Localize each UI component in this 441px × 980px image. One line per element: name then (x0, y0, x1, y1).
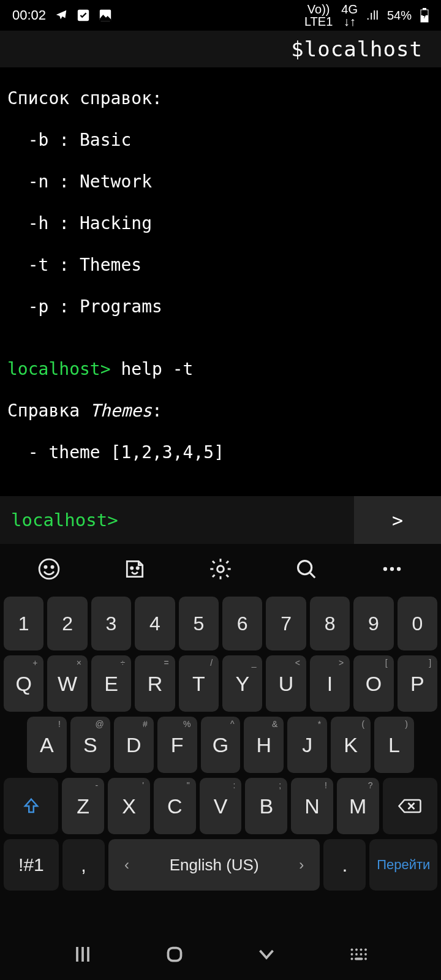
key-x[interactable]: 'X (108, 778, 150, 834)
keyboard-row-zxcv: -Z 'X "C :V ;B !N ?M (4, 778, 437, 834)
app-title-bar: $localhost (0, 31, 441, 67)
svg-point-5 (39, 559, 59, 579)
svg-point-12 (383, 567, 387, 571)
nav-home-icon[interactable] (164, 943, 186, 965)
key-b[interactable]: ;B (245, 778, 287, 834)
terminal-line: localhost> help -t (7, 359, 434, 380)
key-3[interactable]: 3 (91, 597, 131, 650)
key-j[interactable]: *J (287, 717, 327, 773)
key-r[interactable]: =R (135, 655, 175, 712)
key-symbols[interactable]: !#1 (4, 839, 59, 891)
nav-recent-icon[interactable] (72, 943, 94, 965)
nav-back-icon[interactable] (255, 943, 277, 965)
svg-rect-15 (168, 948, 181, 961)
key-a[interactable]: !A (27, 717, 67, 773)
svg-point-24 (351, 958, 353, 960)
svg-point-14 (397, 567, 401, 571)
key-period[interactable]: . (323, 839, 366, 891)
terminal-line: Список справок: (7, 88, 434, 109)
key-space[interactable]: ‹ English (US) › (108, 839, 320, 891)
gear-icon[interactable] (202, 551, 239, 587)
key-t[interactable]: /T (179, 655, 219, 712)
key-9[interactable]: 9 (353, 597, 393, 650)
svg-point-10 (217, 566, 224, 573)
key-w[interactable]: ×W (47, 655, 87, 712)
svg-rect-25 (355, 958, 363, 960)
svg-point-23 (364, 953, 367, 956)
key-5[interactable]: 5 (179, 597, 219, 650)
key-y[interactable]: _Y (222, 655, 262, 712)
command-input-row: localhost> > (0, 496, 441, 544)
telegram-icon (55, 9, 68, 22)
signal-icon: .ıll (366, 9, 379, 23)
key-backspace[interactable] (383, 778, 437, 834)
space-lang: English (US) (170, 856, 259, 875)
nav-keyboard-icon[interactable] (347, 943, 369, 965)
svg-point-22 (360, 953, 363, 956)
terminal-line: Справка Themes: (7, 401, 434, 421)
send-button[interactable]: > (354, 496, 441, 544)
battery-text: 54% (387, 9, 412, 23)
keyboard-row-bottom: !#1 , ‹ English (US) › . Перейти (4, 839, 437, 891)
keyboard-row-qwerty: +Q ×W ÷E =R /T _Y <U >I [O ]P (4, 655, 437, 712)
key-o[interactable]: [O (353, 655, 393, 712)
key-q[interactable]: +Q (4, 655, 43, 712)
terminal-output[interactable]: Список справок: -b : Basic -n : Network … (0, 67, 441, 496)
more-icon[interactable] (374, 551, 410, 587)
key-v[interactable]: :V (200, 778, 242, 834)
key-enter[interactable]: Перейти (369, 839, 437, 891)
prev-lang-icon: ‹ (124, 856, 129, 873)
svg-point-9 (137, 567, 138, 569)
checkbox-icon (77, 9, 90, 22)
key-z[interactable]: -Z (62, 778, 104, 834)
svg-point-21 (355, 953, 358, 956)
app-title: $localhost (291, 37, 423, 61)
key-h[interactable]: &H (244, 717, 284, 773)
terminal-line: -b : Basic (7, 130, 434, 151)
key-comma[interactable]: , (62, 839, 105, 891)
svg-point-20 (351, 953, 353, 956)
key-i[interactable]: >I (310, 655, 350, 712)
key-7[interactable]: 7 (266, 597, 306, 650)
svg-point-17 (355, 949, 358, 951)
key-s[interactable]: @S (70, 717, 110, 773)
key-g[interactable]: ^G (201, 717, 241, 773)
terminal-line: -n : Network (7, 172, 434, 192)
terminal-line: -p : Programs (7, 296, 434, 317)
key-shift[interactable] (4, 778, 58, 834)
image-icon (99, 9, 112, 22)
key-m[interactable]: ?M (337, 778, 379, 834)
key-6[interactable]: 6 (222, 597, 262, 650)
key-c[interactable]: "C (154, 778, 196, 834)
soft-keyboard: 1 2 3 4 5 6 7 8 9 0 +Q ×W ÷E =R /T _Y <U… (0, 544, 441, 980)
sticker-icon[interactable] (116, 551, 153, 587)
key-d[interactable]: #D (114, 717, 154, 773)
prompt-cmd: help -t (111, 359, 194, 379)
key-2[interactable]: 2 (47, 597, 87, 650)
navigation-bar (0, 936, 441, 973)
svg-point-11 (298, 561, 312, 575)
key-p[interactable]: ]P (398, 655, 437, 712)
key-n[interactable]: !N (291, 778, 333, 834)
terminal-line: -t : Themes (7, 255, 434, 276)
key-4[interactable]: 4 (135, 597, 175, 650)
search-icon[interactable] (288, 551, 325, 587)
volte-icon: Vo))LTE1 (304, 3, 333, 28)
key-k[interactable]: (K (331, 717, 371, 773)
key-l[interactable]: )L (374, 717, 414, 773)
key-8[interactable]: 8 (310, 597, 350, 650)
key-1[interactable]: 1 (4, 597, 43, 650)
svg-point-8 (131, 567, 133, 569)
key-0[interactable]: 0 (398, 597, 437, 650)
svg-point-7 (51, 566, 53, 568)
svg-point-26 (364, 958, 367, 960)
svg-point-6 (45, 566, 47, 568)
key-f[interactable]: %F (157, 717, 197, 773)
terminal-line: - theme [1,2,3,4,5] (7, 442, 434, 463)
key-u[interactable]: <U (266, 655, 306, 712)
command-input[interactable]: localhost> (0, 510, 354, 530)
emoji-icon[interactable] (31, 551, 67, 587)
battery-icon (420, 8, 429, 23)
keyboard-row-asdf: !A @S #D %F ^G &H *J (K )L (4, 717, 437, 773)
key-e[interactable]: ÷E (91, 655, 131, 712)
